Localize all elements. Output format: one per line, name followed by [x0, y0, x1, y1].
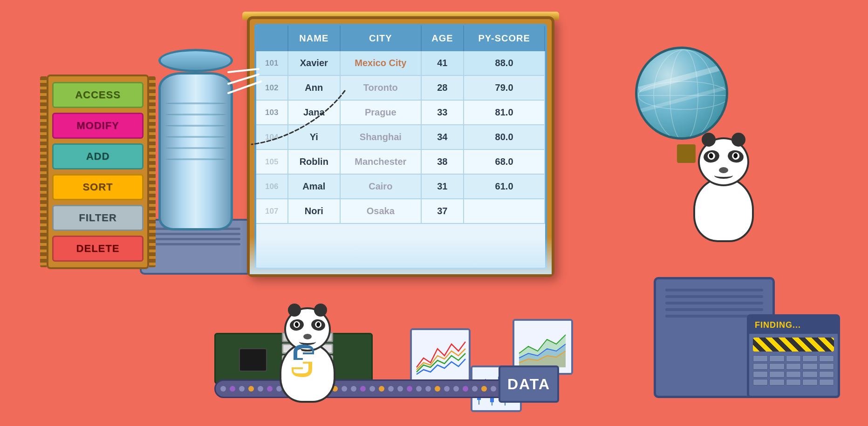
cylinder-ring: [165, 147, 226, 149]
access-button[interactable]: ACCESS: [52, 82, 144, 108]
keyboard-key: [802, 371, 817, 378]
cell-city: Shanghai: [340, 125, 421, 149]
keyboard-key: [786, 379, 801, 385]
machine-cylinder: [158, 61, 238, 228]
cell-name: Roblin: [288, 149, 340, 174]
keyboard-key: [753, 355, 768, 362]
conveyor-dot: [230, 386, 235, 392]
cell-score: 79.0: [464, 75, 545, 100]
sort-button[interactable]: SORT: [52, 174, 144, 200]
conveyor-dot: [463, 386, 468, 392]
keyboard-key: [769, 379, 784, 385]
add-button[interactable]: ADD: [52, 143, 144, 169]
cell-age: 31: [421, 174, 464, 199]
conveyor-dot: [416, 386, 422, 392]
col-age: AGE: [421, 26, 464, 51]
table-inner: NAME CITY AGE PY-SCORE 101 Xavier Mexico…: [254, 24, 547, 270]
table-fade: [254, 237, 547, 270]
filter-button[interactable]: FILTER: [52, 205, 144, 231]
keyboard-key: [802, 363, 817, 370]
delete-button[interactable]: DELETE: [52, 236, 144, 262]
finding-keyboard: [753, 355, 834, 385]
cell-score: 68.0: [464, 149, 545, 174]
panda-right-head: [698, 137, 749, 186]
cell-id: 107: [256, 199, 288, 223]
keyboard-key: [786, 355, 801, 362]
cylinder-ring: [165, 114, 226, 115]
svg-point-3: [299, 349, 301, 352]
table-row: 103 Jana Prague 33 81.0: [256, 100, 545, 125]
table-header-row: NAME CITY AGE PY-SCORE: [256, 26, 545, 51]
cell-name: Xavier: [288, 51, 340, 75]
conveyor-dot: [425, 386, 431, 392]
python-logo: [284, 342, 321, 379]
panda-ear-right-l: [702, 133, 716, 147]
left-panel: ACCESS MODIFY ADD SORT FILTER DELETE: [47, 74, 149, 269]
conveyor-dot: [491, 386, 496, 392]
table-row: 101 Xavier Mexico City 41 88.0: [256, 51, 545, 75]
conveyor-dot: [444, 386, 450, 392]
keyboard-key: [753, 363, 768, 370]
vent-line: [151, 243, 240, 245]
cell-id: 105: [256, 149, 288, 174]
panda-ear-left-r: [314, 304, 327, 317]
eye-white-right-l: [707, 152, 716, 161]
cell-score: 61.0: [464, 174, 545, 199]
panda-right-body: [693, 177, 754, 242]
vent: [665, 289, 763, 291]
cell-age: 33: [421, 100, 464, 125]
cell-age: 28: [421, 75, 464, 100]
keyboard-key: [753, 371, 768, 378]
panda-smile-right: [714, 172, 733, 179]
cell-id: 104: [256, 125, 288, 149]
keyboard-key: [819, 371, 834, 378]
cell-city: Cairo: [340, 174, 421, 199]
cylinder-body: [158, 72, 233, 230]
keyboard-key: [819, 379, 834, 385]
finding-box: FINDING...: [747, 314, 840, 398]
modify-button[interactable]: MODIFY: [52, 113, 144, 139]
eye-patch-right-l: [703, 149, 720, 164]
vent: [665, 302, 763, 304]
svg-rect-5: [412, 330, 469, 382]
cylinder-ring: [165, 158, 226, 160]
conveyor-dot: [453, 386, 459, 392]
chart-box-1: [410, 328, 471, 384]
col-city: CITY: [340, 26, 421, 51]
cell-id: 106: [256, 174, 288, 199]
conveyor-dot: [388, 386, 394, 392]
pupil-right-r: [733, 153, 738, 158]
vent-line: [151, 233, 240, 235]
cylinder-ring: [165, 136, 226, 138]
cell-name: Jana: [288, 100, 340, 125]
conveyor-dot: [369, 386, 375, 392]
cell-city: Osaka: [340, 199, 421, 223]
conveyor-dot: [435, 386, 440, 392]
cell-age: 41: [421, 51, 464, 75]
cylinder-rings: [165, 102, 226, 160]
vent-line: [151, 238, 240, 240]
conveyor-dot: [407, 386, 412, 392]
col-pyscore: PY-SCORE: [464, 26, 545, 51]
data-table: NAME CITY AGE PY-SCORE 101 Xavier Mexico…: [256, 26, 545, 224]
keyboard-key: [802, 355, 817, 362]
panda-ear-left-l: [288, 304, 301, 317]
conveyor-dot: [360, 386, 366, 392]
cylinder-ring: [165, 102, 226, 104]
panda-right: [672, 93, 775, 242]
keyboard-key: [786, 363, 801, 370]
table-row: 105 Roblin Manchester 38 68.0: [256, 149, 545, 174]
data-text-box: DATA: [499, 365, 559, 403]
cell-name: Amal: [288, 174, 340, 199]
eye-patch-left-l: [289, 318, 305, 332]
conveyor-dot: [397, 386, 403, 392]
keyboard-key: [753, 379, 768, 385]
cell-id: 102: [256, 75, 288, 100]
finding-header: FINDING...: [749, 317, 838, 334]
cell-score: 80.0: [464, 125, 545, 149]
cell-score: 88.0: [464, 51, 545, 75]
eye-white-left-r: [314, 321, 322, 328]
svg-point-4: [304, 370, 307, 372]
table-frame: NAME CITY AGE PY-SCORE 101 Xavier Mexico…: [247, 16, 554, 277]
keyboard-key: [819, 355, 834, 362]
